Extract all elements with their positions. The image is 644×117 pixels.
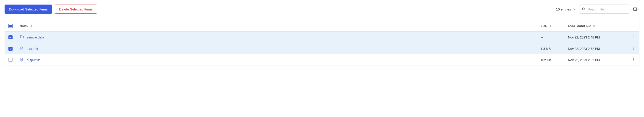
caret-down-icon: [638, 8, 640, 10]
row-checkbox[interactable]: [8, 47, 12, 51]
search-icon: [582, 7, 586, 11]
chevron-down-icon: [573, 8, 576, 10]
column-header-name[interactable]: Name: [20, 24, 28, 27]
columns-icon: [633, 7, 637, 11]
row-checkbox[interactable]: [8, 35, 12, 39]
column-toggle-button[interactable]: [633, 7, 640, 11]
file-modified: Nov 22, 2023 2:52 PM: [564, 54, 628, 66]
delete-selected-button[interactable]: Delete Selected Items: [55, 4, 97, 14]
table-row: sample data--Nov 22, 2023 2:48 PM: [5, 32, 640, 43]
sort-icon: [550, 25, 551, 27]
kebab-icon: [632, 46, 636, 50]
svg-point-6: [634, 38, 634, 38]
svg-point-11: [634, 49, 634, 50]
row-actions-menu[interactable]: [632, 36, 636, 39]
file-size: --: [537, 32, 564, 43]
entries-label: 10 entries: [556, 7, 571, 11]
file-size: 1.3 MB: [537, 43, 564, 54]
entries-dropdown[interactable]: 10 entries: [556, 7, 576, 11]
svg-point-10: [634, 48, 634, 48]
folder-icon: [20, 35, 24, 40]
svg-point-15: [634, 59, 634, 60]
file-modified: Nov 22, 2023 2:48 PM: [564, 32, 628, 43]
svg-point-4: [634, 35, 634, 36]
file-link[interactable]: sample data: [20, 35, 44, 40]
svg-point-14: [634, 58, 634, 59]
table-row: test.mht1.3 MBNov 22, 2023 2:52 PM: [5, 43, 640, 54]
file-icon: [20, 58, 24, 62]
file-name: test.mht: [27, 47, 38, 51]
search-input[interactable]: [588, 7, 627, 11]
row-actions-menu[interactable]: [632, 58, 636, 62]
sort-icon: [30, 25, 32, 27]
svg-point-16: [634, 61, 634, 61]
file-icon: [20, 46, 24, 51]
svg-point-0: [582, 8, 584, 10]
file-name: output.file: [27, 58, 40, 62]
search-field[interactable]: [579, 4, 630, 14]
file-modified: Nov 22, 2023 2:52 PM: [564, 43, 628, 54]
svg-point-5: [634, 37, 634, 37]
table-row: output.file102 KBNov 22, 2023 2:52 PM: [5, 54, 640, 66]
file-name: sample data: [27, 35, 44, 39]
row-checkbox[interactable]: [8, 58, 12, 62]
sort-icon: [593, 25, 595, 27]
row-actions-menu[interactable]: [632, 47, 636, 51]
download-selected-button[interactable]: Download Selected Items: [4, 4, 52, 14]
svg-point-9: [634, 47, 634, 47]
column-header-size[interactable]: Size: [540, 24, 547, 27]
file-link[interactable]: output.file: [20, 58, 40, 62]
file-size: 102 KB: [537, 54, 564, 66]
select-all-checkbox[interactable]: [8, 24, 12, 28]
column-header-modified[interactable]: Last Modified: [568, 24, 591, 27]
kebab-icon: [632, 35, 636, 39]
file-table: Name Size Last Modified: [4, 20, 640, 66]
svg-line-1: [584, 9, 585, 10]
kebab-icon: [632, 58, 636, 61]
file-link[interactable]: test.mht: [20, 46, 38, 51]
